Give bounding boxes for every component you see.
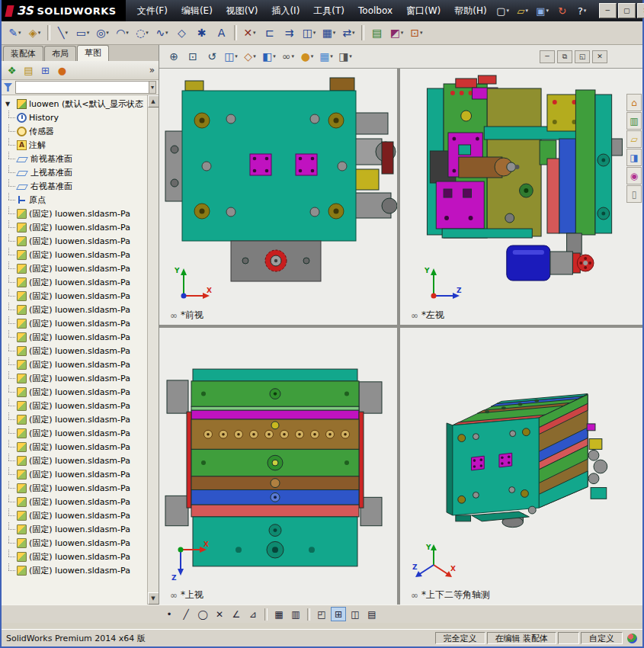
display-style-button[interactable]: ◧ — [261, 47, 277, 66]
menu-item[interactable]: 视图(V) — [219, 0, 265, 21]
configurationmanager-tab-icon[interactable]: ⊞ — [39, 64, 52, 77]
tree-item[interactable]: (固定) luowen.sldasm-Pa — [2, 454, 148, 467]
viewport-isometric[interactable]: Y X Z ∞ *上下二等角轴测 — [400, 328, 642, 605]
featuremanager-tab-icon[interactable]: ❖ — [5, 64, 18, 77]
sketch-line-button[interactable]: ╱ — [178, 607, 194, 621]
arc-tool[interactable]: ◠ — [113, 24, 132, 42]
document-tile-button[interactable]: ◱ — [575, 50, 590, 63]
convert-entities-tool[interactable]: ⊏ — [260, 24, 279, 42]
tree-item[interactable]: (固定) luowen.sldasm-Pa — [2, 426, 148, 440]
tree-item[interactable]: (固定) luowen.sldasm-Pa — [2, 371, 148, 385]
tree-item[interactable]: (固定) luowen.sldasm-Pa — [2, 550, 148, 563]
smart-dimension-tool[interactable]: ◈ — [25, 24, 44, 42]
document-restore-button[interactable]: ⧉ — [557, 50, 572, 63]
separator[interactable] — [264, 608, 268, 621]
tab-sketch[interactable]: 草图 — [77, 45, 109, 61]
tree-item[interactable]: (固定) luowen.sldasm-Pa — [2, 289, 148, 303]
polygon-tool[interactable]: ◇ — [172, 24, 191, 42]
circle-tool[interactable]: ◎ — [93, 24, 112, 42]
home-icon[interactable]: ⌂ — [626, 94, 642, 111]
document-minimize-button[interactable]: ─ — [540, 50, 555, 63]
tree-item[interactable]: 传感器 — [2, 124, 148, 138]
zoom-fit-button[interactable]: ⊕ — [165, 47, 182, 66]
tree-item[interactable]: 原点 — [2, 193, 148, 207]
separator[interactable] — [47, 25, 50, 40]
tree-item[interactable]: (固定) luowen.sldasm-Pa — [2, 275, 148, 289]
trim-tool[interactable]: ✕ — [240, 24, 259, 42]
tree-item[interactable]: (固定) luowen.sldasm-Pa — [2, 467, 148, 481]
tree-item[interactable]: (固定) luowen.sldasm-Pa — [2, 261, 148, 275]
tree-filter-input[interactable]: ▾ — [15, 81, 156, 94]
sketch-angle-button[interactable]: ∠ — [229, 607, 244, 621]
tree-item[interactable]: 上视基准面 — [2, 165, 148, 179]
tree-item[interactable]: (固定) luowen.sldasm-Pa — [2, 358, 148, 371]
tree-item[interactable]: (固定) luowen.sldasm-Pa — [2, 207, 148, 220]
point-tool[interactable]: ✱ — [192, 24, 211, 42]
tree-item[interactable]: (固定) luowen.sldasm-Pa — [2, 385, 148, 399]
scroll-down-arrow[interactable]: ▼ — [148, 592, 159, 605]
linear-pattern-tool[interactable]: ▦ — [319, 24, 338, 42]
ellipse-tool[interactable]: ◌ — [133, 24, 152, 42]
tree-item[interactable]: (固定) luowen.sldasm-Pa — [2, 234, 148, 248]
tree-item[interactable]: 右视基准面 — [2, 179, 148, 193]
sketch-erase-button[interactable]: ✕ — [212, 607, 227, 621]
tab-assembly[interactable]: 装配体 — [3, 46, 43, 61]
propertymanager-tab-icon[interactable]: ▤ — [22, 64, 35, 77]
design-library-icon[interactable]: ▥ — [626, 112, 642, 130]
grid-settings-button[interactable]: ▥ — [288, 607, 303, 621]
minimize-button[interactable]: ─ — [599, 3, 617, 18]
sketch-triangle-button[interactable]: ⊿ — [245, 607, 261, 621]
panel-overflow-button[interactable]: » — [149, 65, 155, 75]
tree-item[interactable]: (固定) luowen.sldasm-Pa — [2, 522, 148, 536]
custom-properties-icon[interactable]: ▯ — [626, 185, 642, 203]
single-view-button[interactable]: ◰ — [314, 607, 329, 621]
tree-item[interactable]: (固定) luowen.sldasm-Pa — [2, 536, 148, 550]
rebuild-button[interactable]: ↻ — [553, 2, 572, 19]
open-document-button[interactable]: ▱ — [514, 2, 532, 19]
menu-item[interactable]: 文件(F) — [130, 0, 175, 21]
grid-tool[interactable]: ▤ — [367, 24, 386, 42]
tab-layout[interactable]: 布局 — [44, 46, 76, 61]
help-button[interactable]: ? — [573, 2, 591, 19]
sketch-point-button[interactable]: • — [162, 607, 177, 621]
hide-show-items-button[interactable]: ∞ — [280, 47, 296, 66]
tree-item[interactable]: (固定) luowen.sldasm-Pa — [2, 399, 148, 412]
file-explorer-icon[interactable]: ▱ — [626, 130, 642, 148]
two-view-horizontal-button[interactable]: ◫ — [348, 607, 363, 621]
edit-appearance-button[interactable]: ● — [299, 47, 316, 66]
appearances-icon[interactable]: ◉ — [626, 167, 642, 184]
tree-item[interactable]: 前视基准面 — [2, 152, 148, 165]
line-tool[interactable]: ╲ — [53, 24, 72, 42]
separator[interactable] — [307, 608, 310, 621]
tree-item[interactable]: (固定) luowen.sldasm-Pa — [2, 248, 148, 261]
separator[interactable] — [361, 25, 364, 40]
menu-item[interactable]: 插入(I) — [264, 0, 306, 21]
viewport-left[interactable]: Y Z ∞ *左视 — [400, 69, 642, 325]
save-button[interactable]: ▣ — [533, 2, 552, 19]
tree-scrollbar[interactable]: ▲ ▼ — [147, 95, 159, 605]
viewport-top[interactable]: X Z ∞ *上视 — [159, 328, 397, 605]
new-document-button[interactable]: ▢ — [494, 2, 512, 19]
text-tool[interactable]: A — [212, 24, 231, 42]
snap-grid-button[interactable]: ▦ — [271, 607, 287, 621]
sketch-tool[interactable]: ✎ — [5, 24, 24, 42]
four-view-button[interactable]: ⊞ — [331, 607, 346, 621]
tree-item[interactable]: (固定) luowen.sldasm-Pa — [2, 303, 148, 316]
options-tool[interactable]: ⊡ — [407, 24, 426, 42]
tree-item[interactable]: History — [2, 111, 148, 124]
move-entities-tool[interactable]: ⇄ — [339, 24, 358, 42]
tree-item[interactable]: (固定) luowen.sldasm-Pa — [2, 220, 148, 234]
spline-tool[interactable]: ∿ — [152, 24, 171, 42]
two-view-vertical-button[interactable]: ▤ — [364, 607, 380, 621]
rectangle-tool[interactable]: ▭ — [73, 24, 92, 42]
scroll-up-arrow[interactable]: ▲ — [148, 95, 159, 107]
tree-item[interactable]: 注解 — [2, 138, 148, 152]
offset-entities-tool[interactable]: ⇉ — [280, 24, 299, 42]
tree-item[interactable]: (固定) luowen.sldasm-Pa — [2, 440, 148, 454]
zoom-area-button[interactable]: ⊡ — [184, 47, 201, 66]
tree-item[interactable]: (固定) luowen.sldasm-Pa — [2, 344, 148, 358]
tree-expander[interactable]: ▼ — [3, 101, 12, 107]
menu-item[interactable]: 工具(T) — [306, 0, 351, 21]
tree-item[interactable]: (固定) luowen.sldasm-Pa — [2, 563, 148, 577]
document-close-button[interactable]: ✕ — [592, 50, 607, 63]
